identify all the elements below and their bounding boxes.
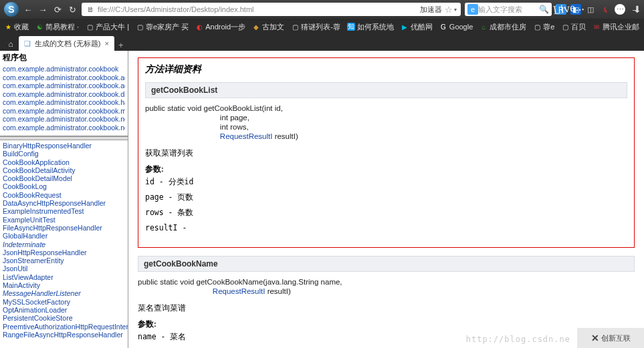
bookmark-item[interactable]: ▢蓉e家房产 买 [136,22,189,32]
class-link[interactable]: PersistentCookieStore [3,314,125,322]
page-icon: 🗎 [86,5,95,14]
package-link[interactable]: com.example.administrator.cookbook.adapt… [3,81,125,90]
class-link[interactable]: GlobalHandler [3,232,125,240]
ext-icon-2[interactable]: ◧ [570,4,581,15]
class-link[interactable]: ExampleUnitTest [3,216,125,224]
browser-logo-icon: S [4,2,19,17]
class-link[interactable]: JsonHttpResponseHandler [3,248,125,256]
class-link[interactable]: CookBookLog [3,182,125,190]
package-link[interactable]: com.example.administrator.cookbook.model [3,107,125,116]
back-icon[interactable]: ← [23,4,33,15]
params-label: 参数: [138,319,635,329]
address-bar[interactable]: 🗎 file:///C:/Users/Administrator/Desktop… [82,3,461,16]
bookmark-item[interactable]: ▢产品大牛 | [86,22,129,32]
bookmark-item[interactable]: ▢百贝 [561,22,586,32]
search-box[interactable]: e 输入文字搜索 🔍 [465,3,552,16]
bookmark-item[interactable]: ▢猜谜列表-蓉 [291,22,340,32]
bookmark-star-icon[interactable]: ☆ [445,5,453,15]
class-link[interactable]: MessageHandlerListener [3,289,125,297]
class-link[interactable]: CookBookDetailActivity [3,166,125,174]
class-link[interactable]: Indeterminate [3,240,125,248]
package-list-frame: 程序包 com.example.administrator.cookbook c… [0,51,128,136]
bm-icon: ☯ [35,23,43,31]
class-link[interactable]: FileAsyncHttpResponseHandler [3,224,125,232]
url-text: file:///C:/Users/Administrator/Desktop/i… [98,5,254,13]
download-icon[interactable]: ⬇ [633,4,641,15]
reload-icon[interactable]: ⟳ [52,4,63,15]
active-tab[interactable]: ❏ 生成的文档 (无标题) × [19,36,114,51]
bookmark-bar: ★收藏 ☯简易教程 · ▢产品大牛 | ▢蓉e家房产 买 ◐Android一步 … [0,19,644,35]
class-link[interactable]: ExampleInstrumentedTest [3,207,125,215]
class-link[interactable]: PreemtiveAuthorizationHttpRequestInterce… [3,323,125,331]
method-name-header: getCookBookList [145,82,627,98]
tab-favicon-icon: ❏ [24,39,31,48]
watermark-text: http://blog.csdn.ne [466,335,570,344]
new-tab-button[interactable]: + [114,39,128,51]
class-link[interactable]: DataAsyncHttpResponseHandler [3,199,125,207]
url-dropdown-icon[interactable]: ▾ [454,7,457,13]
browser-titlebar: S ← → ⟳ ↻ 🗎 file:///C:/Users/Administrat… [0,0,644,19]
method-description: 菜名查询菜谱 [138,303,635,314]
javadoc-sidebar: 程序包 com.example.administrator.cookbook c… [0,51,128,348]
class-link[interactable]: JsonStreamerEntity [3,256,125,265]
package-link[interactable]: com.example.administrator.cookbook.handl… [3,98,125,107]
accelerator-label[interactable]: 加速器 [420,5,442,15]
bm-icon: ▢ [533,23,541,31]
search-placeholder: 输入文字搜索 [478,5,539,15]
close-tab-icon[interactable]: × [104,39,108,47]
tab-title: 生成的文档 (无标题) [35,39,100,49]
class-link[interactable]: OptAnimationLoader [3,306,125,314]
stop-icon[interactable]: ↻ [67,4,78,15]
bookmark-item[interactable]: ◐Android一步 [195,22,245,32]
ext-icon-4[interactable]: ६ [600,4,611,15]
favorites-button[interactable]: ★收藏 [4,22,29,32]
bookmark-item[interactable]: ▢蓉e [533,22,554,32]
bm-icon: ▢ [136,23,144,31]
class-link[interactable]: MySSLSocketFactory [3,298,125,306]
method-description: 获取菜谱列表 [145,148,627,159]
class-link[interactable]: JsonUtil [3,265,125,273]
type-link[interactable]: RequestResultI [220,132,273,140]
package-link[interactable]: com.example.administrator.cookbook.net [3,115,125,124]
class-link[interactable]: CookBookApplication [3,158,125,166]
params-label: 参数: [145,164,627,174]
search-icon[interactable]: 🔍 [539,5,549,14]
class-link[interactable]: CookBookRequest [3,191,125,199]
forward-icon[interactable]: → [37,4,48,15]
type-link[interactable]: RequestResultI [213,287,265,295]
bookmark-item[interactable]: GGoogle [439,23,473,31]
menu-icon[interactable]: ⋯ [615,4,625,15]
tab-bar: ⌂ ❏ 生成的文档 (无标题) × + [0,35,644,51]
class-link[interactable]: CookBookDetailModel [3,174,125,182]
bookmark-item[interactable]: ⌂成都市住房 [479,22,526,32]
bookmark-item[interactable]: 知如何系统地 [347,22,394,32]
package-link[interactable]: com.example.administrator.cookbook [3,65,125,73]
package-link[interactable]: com.example.administrator.cookbook.dialo… [3,90,125,99]
search-engine-icon[interactable]: e [467,4,478,15]
bm-icon: ✉ [593,23,601,31]
javadoc-main: 方法详细资料 getCookBookList public static voi… [128,51,644,348]
class-link[interactable]: BuildConfig [3,150,125,158]
ext-icon-3[interactable]: ◫ [585,4,596,15]
method-name-header: getCookBookName [138,256,635,272]
home-icon[interactable]: ⌂ [4,37,17,51]
package-link[interactable]: com.example.administrator.cookbook.net.c… [3,124,125,132]
ext-icon-1[interactable]: R [556,4,566,15]
bookmark-item[interactable]: ☯简易教程 · [35,22,79,32]
bookmark-item[interactable]: ✉腾讯企业邮 [593,22,639,32]
param-row: resultI - [145,223,627,232]
bm-icon: ⌂ [479,23,488,31]
class-link[interactable]: MainActivity [3,281,125,289]
class-link[interactable]: ListViewAdapter [3,273,125,281]
packages-heading: 程序包 [3,52,125,63]
highlighted-section: 方法详细资料 getCookBookList public static voi… [138,57,635,248]
package-link[interactable]: com.example.administrator.cookbook.activ… [3,73,125,82]
method-detail-heading: 方法详细资料 [145,63,627,75]
class-link[interactable]: RangeFileAsyncHttpResponseHandler [3,331,125,339]
bookmark-item[interactable]: ◆古加文 [252,22,284,32]
bm-icon: 知 [347,23,355,31]
frame-resize-handle[interactable] [0,136,128,140]
bookmark-item[interactable]: ▶优酷网 [401,22,433,32]
bm-icon: G [439,23,447,31]
class-link[interactable]: BinaryHttpResponseHandler [3,142,125,150]
